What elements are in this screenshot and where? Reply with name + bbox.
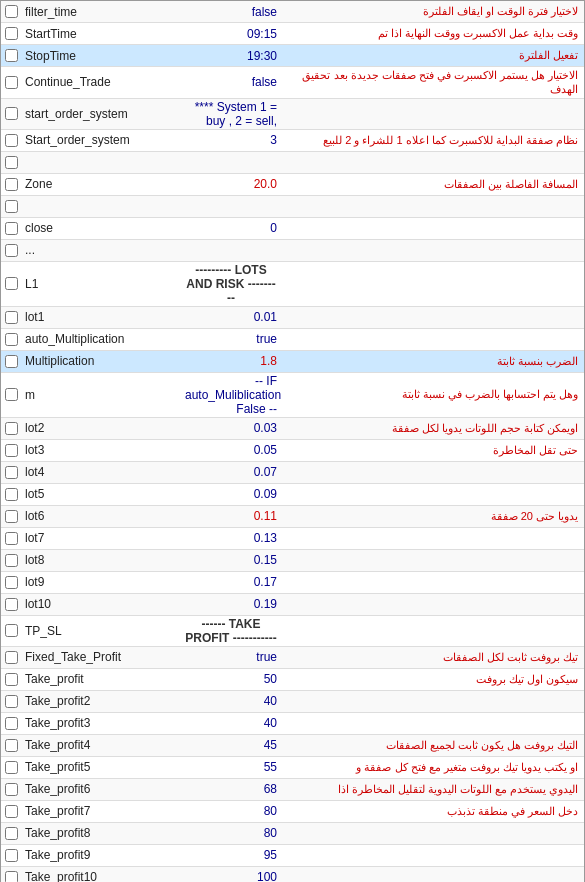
row-param-name: StartTime — [21, 26, 181, 42]
row-checkbox[interactable] — [5, 355, 18, 368]
row-checkbox[interactable] — [5, 827, 18, 840]
row-checkbox[interactable] — [5, 871, 18, 882]
row-checkbox[interactable] — [5, 510, 18, 523]
row-checkbox[interactable] — [5, 717, 18, 730]
row-param-value: true — [181, 649, 281, 665]
row-param-name: m — [21, 387, 181, 403]
row-checkbox-cell — [1, 311, 21, 324]
row-checkbox[interactable] — [5, 849, 18, 862]
row-checkbox[interactable] — [5, 107, 18, 120]
row-checkbox[interactable] — [5, 576, 18, 589]
row-checkbox[interactable] — [5, 444, 18, 457]
row-checkbox-cell — [1, 510, 21, 523]
row-comment — [281, 338, 584, 340]
row-checkbox[interactable] — [5, 200, 18, 213]
row-checkbox[interactable] — [5, 134, 18, 147]
row-checkbox[interactable] — [5, 222, 18, 235]
table-row — [1, 152, 584, 174]
row-checkbox[interactable] — [5, 244, 18, 257]
row-checkbox[interactable] — [5, 488, 18, 501]
table-row: Continue_Tradefalseالاختيار هل يستمر الا… — [1, 67, 584, 99]
row-checkbox[interactable] — [5, 333, 18, 346]
row-checkbox[interactable] — [5, 76, 18, 89]
row-checkbox[interactable] — [5, 27, 18, 40]
row-param-value: 19:30 — [181, 48, 281, 64]
row-param-name: lot8 — [21, 552, 181, 568]
table-row: lot40.07 — [1, 462, 584, 484]
row-comment: المسافة الفاصلة بين الصفقات — [281, 176, 584, 192]
row-param-name — [21, 161, 181, 163]
row-checkbox[interactable] — [5, 388, 18, 401]
row-checkbox[interactable] — [5, 783, 18, 796]
row-checkbox[interactable] — [5, 805, 18, 818]
row-comment: اليدوي يستخدم مع اللوتات اليدوية لتقليل … — [281, 781, 584, 797]
table-row: lot70.13 — [1, 528, 584, 550]
main-container: filter_timefalseلاختيار فترة الوقت او اي… — [0, 0, 585, 882]
row-param-name: lot2 — [21, 420, 181, 436]
table-row: ... — [1, 240, 584, 262]
row-param-name: lot10 — [21, 596, 181, 612]
row-checkbox[interactable] — [5, 624, 18, 637]
table-row: Take_profit780دخل السعر في منطقة تذبذب — [1, 801, 584, 823]
row-checkbox-cell — [1, 849, 21, 862]
row-checkbox[interactable] — [5, 651, 18, 664]
row-param-value: **** System 1 = buy , 2 = sell, — [181, 99, 281, 129]
table-row: Take_profit340 — [1, 713, 584, 735]
row-comment: سيكون اول تيك بروفت — [281, 671, 584, 687]
row-param-value: 40 — [181, 715, 281, 731]
row-param-value: 09:15 — [181, 26, 281, 42]
row-param-name — [21, 205, 181, 207]
row-checkbox-cell — [1, 156, 21, 169]
row-comment — [281, 559, 584, 561]
row-comment — [281, 205, 584, 207]
row-param-value: 0 — [181, 220, 281, 236]
row-comment — [281, 537, 584, 539]
table-row: TP_SL------ TAKE PROFIT ----------- — [1, 616, 584, 647]
table-row: auto_Multiplicationtrue — [1, 329, 584, 351]
row-param-value — [181, 161, 281, 163]
row-checkbox[interactable] — [5, 49, 18, 62]
row-comment — [281, 161, 584, 163]
row-param-value: 80 — [181, 803, 281, 819]
row-checkbox[interactable] — [5, 466, 18, 479]
row-param-name: Take_profit — [21, 671, 181, 687]
row-checkbox-cell — [1, 739, 21, 752]
row-param-name: Take_profit3 — [21, 715, 181, 731]
row-param-value: 0.11 — [181, 508, 281, 524]
row-checkbox-cell — [1, 761, 21, 774]
row-checkbox[interactable] — [5, 156, 18, 169]
row-param-name: L1 — [21, 276, 181, 292]
row-param-value: 20.0 — [181, 176, 281, 192]
row-checkbox-cell — [1, 624, 21, 637]
row-checkbox[interactable] — [5, 178, 18, 191]
row-checkbox-cell — [1, 651, 21, 664]
row-comment: الاختيار هل يستمر الاكسبرت في فتح صفقات … — [281, 67, 584, 98]
row-param-value: 0.03 — [181, 420, 281, 436]
row-checkbox-cell — [1, 277, 21, 290]
row-checkbox[interactable] — [5, 5, 18, 18]
row-param-name: Take_profit5 — [21, 759, 181, 775]
row-checkbox[interactable] — [5, 673, 18, 686]
row-checkbox[interactable] — [5, 695, 18, 708]
row-checkbox[interactable] — [5, 277, 18, 290]
row-checkbox[interactable] — [5, 554, 18, 567]
row-checkbox[interactable] — [5, 761, 18, 774]
table-row: Take_profit880 — [1, 823, 584, 845]
row-checkbox[interactable] — [5, 532, 18, 545]
row-checkbox-cell — [1, 27, 21, 40]
row-param-name: lot3 — [21, 442, 181, 458]
row-checkbox[interactable] — [5, 598, 18, 611]
row-comment — [281, 832, 584, 834]
row-comment — [281, 700, 584, 702]
row-checkbox[interactable] — [5, 311, 18, 324]
row-param-name: lot1 — [21, 309, 181, 325]
table-row: m-- IF auto_Muliblication False --وهل يت… — [1, 373, 584, 418]
row-checkbox[interactable] — [5, 422, 18, 435]
row-param-value: 0.17 — [181, 574, 281, 590]
row-param-name: lot7 — [21, 530, 181, 546]
row-checkbox-cell — [1, 805, 21, 818]
row-comment: حتى تقل المخاطرة — [281, 442, 584, 458]
row-checkbox-cell — [1, 222, 21, 235]
row-checkbox[interactable] — [5, 739, 18, 752]
row-checkbox-cell — [1, 576, 21, 589]
